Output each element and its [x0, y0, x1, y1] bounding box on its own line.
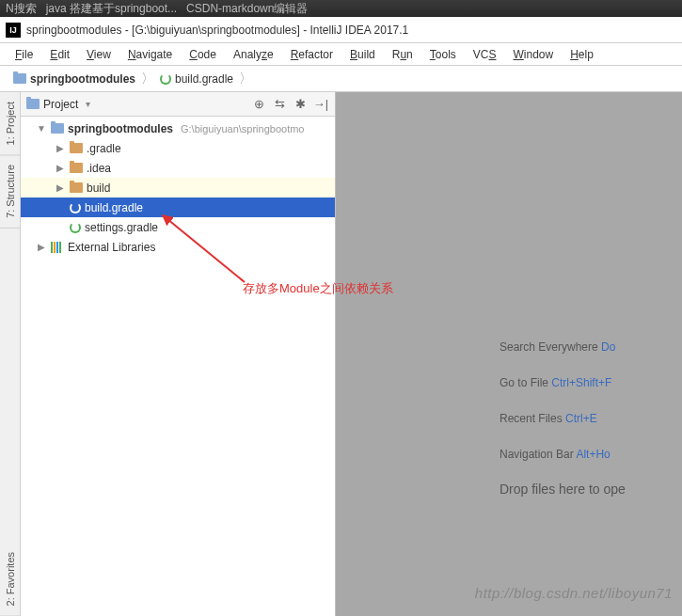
shortcut: Alt+Ho	[576, 448, 610, 461]
taskbar-item: java 搭建基于springboot...	[46, 1, 177, 17]
panel-title-label: Project	[43, 98, 78, 111]
breadcrumb-label: springbootmodules	[30, 72, 135, 86]
app-icon: IJ	[6, 23, 21, 38]
tree-root[interactable]: ▼ springbootmodules G:\biguiyuan\springb…	[21, 118, 335, 138]
menu-view[interactable]: View	[79, 46, 119, 63]
tree-label: springbootmodules	[68, 122, 173, 135]
settings-button[interactable]: ✱	[292, 96, 309, 113]
gradle-icon	[160, 73, 171, 85]
scroll-to-source-button[interactable]: ⊕	[250, 96, 267, 113]
project-panel-header: Project ▾ ⊕ ⇆ ✱ →|	[21, 92, 335, 117]
hint-search: Search Everywhere Do	[500, 339, 626, 354]
menu-code[interactable]: Code	[182, 46, 224, 63]
watermark: http://blog.csdn.net/liboyun71	[475, 585, 673, 601]
tree-item-settings-gradle[interactable]: settings.gradle	[21, 217, 335, 237]
chevron-right-icon[interactable]: ▶	[55, 182, 66, 193]
folder-icon	[70, 143, 83, 153]
breadcrumb-project[interactable]: springbootmodules	[9, 72, 139, 86]
panel-title[interactable]: Project ▾	[26, 98, 246, 111]
shortcut: Do	[601, 340, 615, 354]
chevron-right-icon[interactable]: ▶	[55, 163, 66, 173]
window-titlebar: IJ springbootmodules - [G:\biguiyuan\spr…	[0, 17, 682, 43]
menu-build[interactable]: Build	[342, 46, 383, 63]
hint-drop: Drop files here to ope	[500, 482, 626, 497]
collapse-all-button[interactable]: ⇆	[271, 96, 288, 113]
folder-icon	[70, 182, 83, 193]
chevron-right-icon: 〉	[139, 71, 156, 87]
tree-item-external-libs[interactable]: ▶ External Libraries	[21, 237, 335, 257]
menu-edit[interactable]: Edit	[42, 46, 77, 63]
menu-analyze[interactable]: Analyze	[226, 46, 281, 63]
tree-label: External Libraries	[68, 241, 155, 254]
hint-nav: Navigation Bar Alt+Ho	[500, 446, 626, 461]
tree-label: .gradle	[87, 142, 121, 155]
gradle-icon	[70, 202, 81, 213]
libraries-icon	[51, 242, 64, 253]
menu-file[interactable]: File	[8, 46, 40, 63]
shortcut: Ctrl+Shift+F	[551, 376, 611, 389]
taskbar-item: N搜索	[6, 1, 37, 17]
menu-help[interactable]: Help	[563, 46, 601, 63]
gutter-tab-structure[interactable]: 7: Structure	[0, 155, 20, 229]
menu-tools[interactable]: Tools	[422, 46, 464, 63]
tree-label: settings.gradle	[85, 221, 158, 234]
gutter-tab-favorites[interactable]: 2: Favorites	[0, 543, 20, 616]
menu-refactor[interactable]: Refactor	[283, 46, 341, 63]
hint-recent: Recent Files Ctrl+E	[500, 410, 626, 425]
menu-bar: File Edit View Navigate Code Analyze Ref…	[0, 43, 682, 66]
breadcrumb-label: build.gradle	[175, 72, 233, 86]
tree-item-build-dir[interactable]: ▶ build	[21, 178, 335, 197]
project-tree: ▼ springbootmodules G:\biguiyuan\springb…	[21, 117, 335, 616]
chevron-down-icon: ▾	[86, 99, 90, 109]
tree-path: G:\biguiyuan\springbootmo	[181, 123, 304, 134]
menu-window[interactable]: Window	[505, 46, 561, 63]
menu-run[interactable]: Run	[385, 46, 420, 63]
menu-navigate[interactable]: Navigate	[120, 46, 180, 63]
hide-button[interactable]: →|	[312, 96, 329, 113]
module-icon	[51, 123, 64, 134]
menu-vcs[interactable]: VCS	[466, 46, 504, 63]
os-taskbar: N搜索 java 搭建基于springboot... CSDN-markdown…	[0, 0, 682, 17]
gutter-tab-project[interactable]: 1: Project	[0, 92, 20, 155]
tree-item-build-gradle[interactable]: build.gradle	[21, 197, 335, 217]
tree-label: build.gradle	[85, 201, 143, 214]
chevron-down-icon[interactable]: ▼	[36, 123, 47, 134]
folder-icon	[26, 99, 40, 109]
breadcrumb: springbootmodules 〉 build.gradle 〉	[0, 66, 682, 92]
folder-icon	[13, 73, 26, 84]
tree-item-idea-dir[interactable]: ▶ .idea	[21, 158, 335, 178]
editor-hints: Search Everywhere Do Go to File Ctrl+Shi…	[500, 339, 626, 497]
shortcut: Ctrl+E	[565, 412, 597, 425]
chevron-right-icon: 〉	[237, 71, 254, 87]
taskbar-item: CSDN-markdown编辑器	[186, 1, 308, 17]
tree-label: .idea	[87, 162, 111, 175]
chevron-right-icon[interactable]: ▶	[55, 143, 66, 153]
tree-label: build	[87, 182, 110, 195]
left-tool-gutter: 1: Project 7: Structure 2: Favorites	[0, 92, 21, 616]
breadcrumb-file[interactable]: build.gradle	[156, 72, 237, 86]
editor-empty-area: Search Everywhere Do Go to File Ctrl+Shi…	[336, 92, 682, 616]
tree-item-gradle-dir[interactable]: ▶ .gradle	[21, 138, 335, 158]
project-tool-window: Project ▾ ⊕ ⇆ ✱ →| ▼ springbootmodules G…	[21, 92, 336, 616]
folder-icon	[70, 163, 83, 173]
window-title: springbootmodules - [G:\biguiyuan\spring…	[26, 24, 408, 37]
chevron-right-icon[interactable]: ▶	[36, 242, 47, 252]
gradle-icon	[70, 222, 81, 233]
hint-goto: Go to File Ctrl+Shift+F	[500, 374, 626, 389]
